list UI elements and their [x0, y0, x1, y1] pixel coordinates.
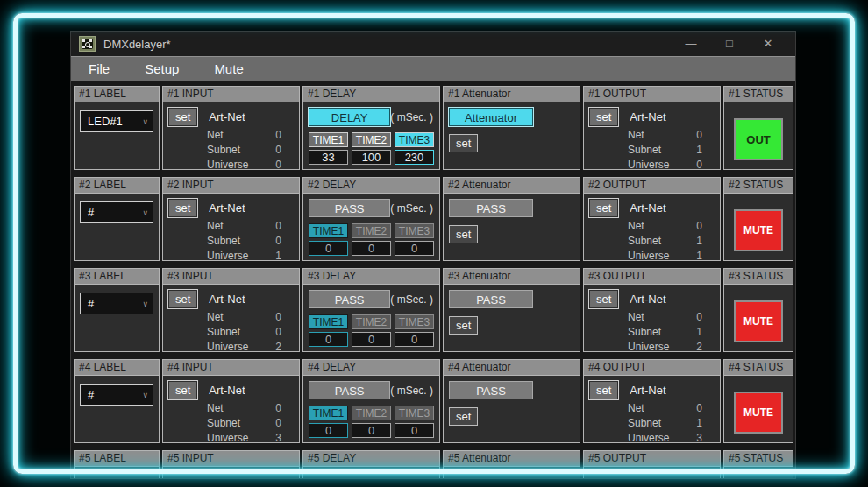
label-select[interactable]: # ∨: [80, 201, 153, 223]
input-panel-header: #2 INPUT: [163, 178, 299, 194]
time3-tab[interactable]: TIME3: [395, 314, 434, 329]
time2-value-field[interactable]: 0: [352, 332, 391, 347]
net-label: Net: [628, 128, 644, 143]
artnet-label: Art-Net: [630, 201, 665, 215]
input-subnet-row: Subnet 0: [168, 325, 294, 340]
output-universe-row: Universe 3: [589, 431, 715, 446]
label-panel-header: #2 LABEL: [75, 178, 159, 194]
attenuator-panel: #5 Attenuator set: [443, 450, 580, 479]
attenuator-panel: #3 Attenuator PASS set: [443, 268, 580, 352]
input-panel-header: #3 INPUT: [163, 269, 299, 285]
attenuator-set-button[interactable]: set: [449, 225, 478, 244]
time2-value-field[interactable]: 0: [352, 241, 391, 256]
time3-value-field[interactable]: 0: [395, 423, 434, 438]
time2-tab[interactable]: TIME2: [352, 314, 391, 329]
input-set-button[interactable]: set: [168, 199, 197, 217]
net-label: Net: [207, 401, 224, 416]
time3-value-field[interactable]: 230: [395, 150, 434, 165]
time2-value-field[interactable]: 100: [352, 150, 391, 165]
net-label: Net: [628, 310, 644, 325]
output-set-button[interactable]: set: [589, 199, 618, 217]
time3-value-field[interactable]: 0: [395, 241, 434, 256]
delay-mode-button[interactable]: PASS: [309, 290, 390, 308]
input-universe-row: Universe 0: [168, 158, 294, 173]
output-panel: #3 OUTPUT set Art-Net Net 0 Subnet 1 Uni…: [583, 268, 721, 352]
time3-value-field[interactable]: 0: [395, 332, 434, 347]
attenuator-mode-button[interactable]: PASS: [449, 290, 533, 308]
output-panel-header: #2 OUTPUT: [584, 178, 720, 194]
screen: DMXdelayer* — □ ✕ File Setup Mute #1 LAB…: [0, 0, 868, 487]
status-indicator[interactable]: MUTE: [734, 392, 783, 434]
output-subnet-row: Subnet 1: [589, 234, 715, 249]
status-panel: #3 STATUS MUTE: [723, 268, 793, 352]
time1-value-field[interactable]: 0: [309, 423, 348, 438]
attenuator-panel: #4 Attenuator PASS set: [443, 359, 580, 443]
time2-value-field[interactable]: 0: [352, 423, 391, 438]
menu-item-mute[interactable]: Mute: [196, 58, 260, 80]
label-select-value: LED#1: [88, 115, 123, 128]
label-select-value: #: [88, 297, 94, 310]
delay-mode-button[interactable]: PASS: [309, 199, 390, 217]
time1-value-field[interactable]: 0: [309, 241, 348, 256]
attenuator-mode-button[interactable]: PASS: [449, 199, 533, 217]
label-select[interactable]: # ∨: [80, 384, 153, 406]
input-set-button[interactable]: set: [168, 290, 197, 308]
universe-label: Universe: [628, 158, 669, 173]
label-panel-header: #1 LABEL: [75, 87, 159, 102]
time1-tab[interactable]: TIME1: [309, 406, 348, 420]
close-button[interactable]: ✕: [749, 32, 787, 56]
delay-mode-button[interactable]: DELAY: [309, 108, 390, 126]
time3-tab[interactable]: TIME3: [395, 132, 434, 147]
status-indicator[interactable]: OUT: [734, 118, 783, 160]
time1-value-field[interactable]: 33: [309, 150, 348, 165]
time2-tab[interactable]: TIME2: [352, 406, 391, 420]
menu-item-setup[interactable]: Setup: [127, 58, 196, 80]
status-indicator[interactable]: MUTE: [734, 209, 783, 251]
output-set-button[interactable]: set: [589, 108, 618, 126]
label-panel: #5 LABEL ∨: [74, 450, 160, 479]
status-panel: #1 STATUS OUT: [723, 86, 793, 170]
input-subnet-row: Subnet 0: [168, 143, 294, 158]
output-set-button[interactable]: set: [589, 381, 618, 399]
input-net-value: 0: [275, 128, 281, 143]
attenuator-set-button[interactable]: set: [449, 134, 478, 152]
menu-item-file[interactable]: File: [71, 58, 127, 80]
subnet-label: Subnet: [628, 143, 661, 158]
time1-value-field[interactable]: 0: [309, 332, 348, 347]
attenuator-mode-button[interactable]: Attenuator: [449, 108, 533, 126]
input-subnet-row: Subnet 0: [168, 416, 294, 431]
attenuator-mode-button[interactable]: PASS: [449, 381, 533, 399]
universe-label: Universe: [628, 431, 669, 446]
attenuator-set-button[interactable]: set: [449, 407, 478, 426]
status-indicator[interactable]: MUTE: [734, 300, 783, 342]
delay-panel-header: #1 DELAY: [303, 87, 439, 102]
time1-tab[interactable]: TIME1: [309, 314, 348, 329]
attenuator-set-button[interactable]: set: [449, 316, 478, 335]
input-set-button[interactable]: set: [168, 381, 197, 399]
status-panel-header: #4 STATUS: [724, 360, 793, 376]
label-select[interactable]: LED#1 ∨: [80, 110, 153, 132]
subnet-label: Subnet: [628, 325, 661, 340]
input-net-value: 0: [275, 310, 281, 325]
delay-mode-button[interactable]: PASS: [309, 381, 390, 399]
input-subnet-value: 0: [275, 325, 281, 340]
time2-tab[interactable]: TIME2: [352, 223, 391, 238]
time3-tab[interactable]: TIME3: [395, 223, 434, 238]
artnet-label: Art-Net: [209, 293, 245, 306]
output-set-button[interactable]: set: [589, 290, 618, 308]
label-select[interactable]: # ∨: [80, 293, 153, 314]
time1-tab[interactable]: TIME1: [309, 132, 348, 147]
subnet-label: Subnet: [207, 416, 240, 431]
input-panel: #5 INPUT set Art-Net Net Subnet Universe: [162, 450, 300, 479]
maximize-button[interactable]: □: [710, 32, 749, 56]
input-universe-row: Universe 1: [168, 249, 294, 264]
input-set-button[interactable]: set: [168, 108, 197, 126]
time1-tab[interactable]: TIME1: [309, 223, 348, 238]
time2-tab[interactable]: TIME2: [352, 132, 391, 147]
output-subnet-value: 1: [696, 416, 702, 431]
time3-tab[interactable]: TIME3: [395, 406, 434, 420]
minimize-button[interactable]: —: [672, 32, 710, 56]
output-subnet-row: Subnet 1: [589, 143, 715, 158]
universe-label: Universe: [207, 340, 248, 355]
chevron-down-icon: ∨: [142, 117, 153, 126]
